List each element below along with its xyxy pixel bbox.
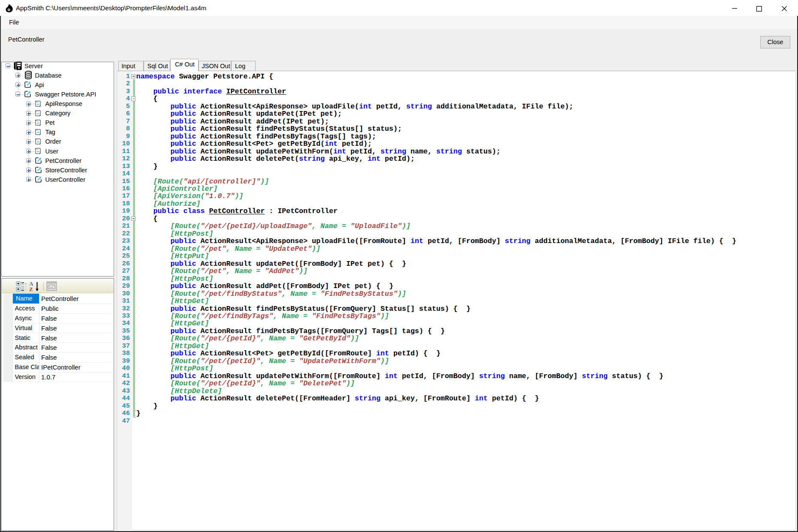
svg-text:Z: Z	[29, 286, 33, 292]
